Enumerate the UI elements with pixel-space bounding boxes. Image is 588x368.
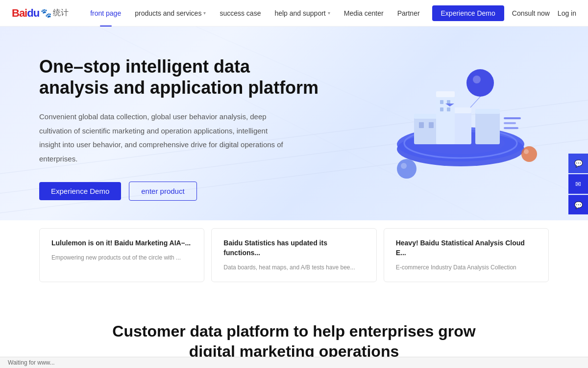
svg-rect-22 <box>447 107 450 111</box>
svg-point-31 <box>401 163 407 169</box>
svg-point-26 <box>466 69 494 97</box>
svg-point-29 <box>524 149 529 154</box>
svg-rect-24 <box>504 122 516 124</box>
wechat-icon: 💬 <box>574 201 583 209</box>
logo-baidu: Baidu <box>12 7 39 20</box>
nav-item-help[interactable]: help and support ▾ <box>269 0 336 26</box>
experience-demo-button[interactable]: Experience Demo <box>432 5 504 21</box>
news-desc-1: Data boards, heat maps, and A/B tests ha… <box>223 263 364 272</box>
svg-point-30 <box>397 159 416 179</box>
dropdown-arrow-help-icon: ▾ <box>328 10 330 16</box>
nav-links: front page products and services ▾ succe… <box>84 0 432 26</box>
svg-rect-18 <box>436 91 455 97</box>
news-title-2: Heavy! Baidu Statistical Analysis Cloud … <box>396 238 537 258</box>
hero-section: One–stop intelligent data analysis and a… <box>0 26 588 220</box>
nav-item-partner[interactable]: Partner <box>392 0 426 26</box>
logo-tongji: 统计 <box>53 8 69 18</box>
news-card-1[interactable]: Baidu Statistics has updated its functio… <box>211 228 376 282</box>
hero-content: One–stop intelligent data analysis and a… <box>39 56 323 201</box>
hero-buttons: Experience Demo enter product <box>39 182 323 201</box>
nav-item-products[interactable]: products and services ▾ <box>129 0 212 26</box>
status-bar: Waiting for www... <box>0 357 588 368</box>
status-text: Waiting for www... <box>8 359 55 366</box>
svg-rect-14 <box>429 122 434 128</box>
hero-demo-button[interactable]: Experience Demo <box>39 182 121 200</box>
svg-rect-13 <box>419 122 424 128</box>
dropdown-arrow-icon: ▾ <box>203 10 206 16</box>
svg-point-28 <box>521 146 537 162</box>
hero-product-button[interactable]: enter product <box>129 182 196 201</box>
news-card-0[interactable]: Lululemon is on it! Baidu Marketing AIA–… <box>39 228 204 282</box>
news-section: Lululemon is on it! Baidu Marketing AIA–… <box>0 220 588 289</box>
svg-rect-25 <box>504 127 518 129</box>
nav-item-frontpage[interactable]: front page <box>84 0 127 26</box>
news-title-1: Baidu Statistics has updated its functio… <box>223 238 364 258</box>
nav-right: Experience Demo Consult now Log in <box>432 5 576 21</box>
logo[interactable]: Baidu 🐾 统计 <box>12 7 69 20</box>
svg-rect-20 <box>447 100 450 104</box>
svg-rect-17 <box>436 95 455 144</box>
svg-rect-19 <box>440 100 443 104</box>
news-desc-2: E-commerce Industry Data Analysis Collec… <box>396 263 537 272</box>
svg-rect-15 <box>475 112 500 144</box>
consult-now-link[interactable]: Consult now <box>512 9 550 17</box>
floating-wechat-button[interactable]: 💬 <box>568 195 588 214</box>
floating-chat-button[interactable]: 💬 <box>568 154 588 173</box>
floating-mail-button[interactable]: ✉ <box>568 174 588 194</box>
navbar: Baidu 🐾 统计 front page products and servi… <box>0 0 588 26</box>
nav-item-success[interactable]: success case <box>214 0 267 26</box>
hero-3d-svg <box>323 31 568 188</box>
svg-point-27 <box>473 76 481 83</box>
svg-rect-21 <box>440 107 443 111</box>
logo-paw-icon: 🐾 <box>41 8 51 19</box>
news-title-0: Lululemon is on it! Baidu Marketing AIA–… <box>51 238 192 248</box>
hero-title: One–stop intelligent data analysis and a… <box>39 56 323 98</box>
svg-rect-23 <box>504 117 521 119</box>
section2-title: Customer data platform to help enterpris… <box>98 321 490 362</box>
nav-item-media[interactable]: Media center <box>338 0 390 26</box>
svg-rect-16 <box>475 109 500 114</box>
svg-line-32 <box>470 97 480 107</box>
chat-icon: 💬 <box>574 159 583 167</box>
news-card-2[interactable]: Heavy! Baidu Statistical Analysis Cloud … <box>384 228 549 282</box>
hero-description: Convenient global data collection, globa… <box>39 110 284 166</box>
login-link[interactable]: Log in <box>558 9 576 17</box>
news-desc-0: Empowering new products out of the circl… <box>51 253 192 262</box>
mail-icon: ✉ <box>575 180 581 188</box>
floating-sidebar: 💬 ✉ 💬 <box>568 154 588 214</box>
hero-illustration <box>323 31 568 198</box>
